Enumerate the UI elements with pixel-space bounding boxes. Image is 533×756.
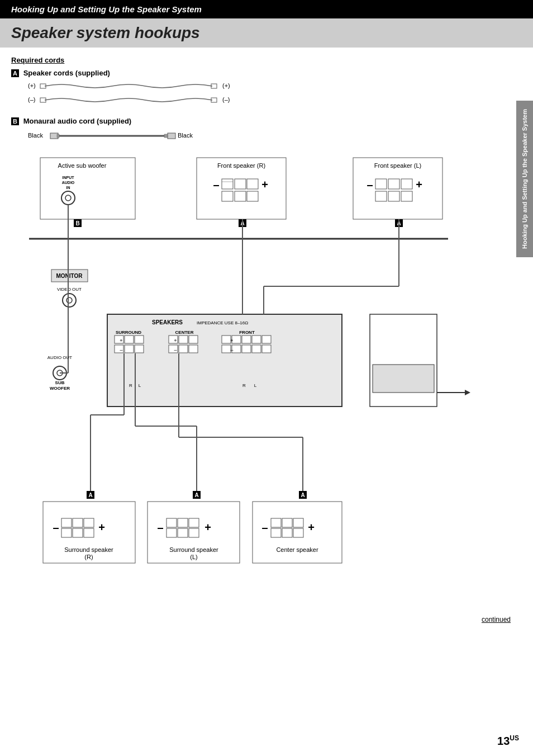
- svg-text:–: –: [157, 521, 163, 533]
- svg-text:L: L: [139, 383, 141, 388]
- svg-text:INPUT: INPUT: [63, 176, 75, 179]
- svg-text:+: +: [230, 338, 233, 343]
- svg-text:–: –: [53, 521, 59, 533]
- required-cords-section: Required cords A Speaker cords (supplied…: [11, 56, 522, 147]
- svg-text:SURROUND: SURROUND: [116, 330, 141, 335]
- continued-label: continued: [11, 616, 522, 623]
- svg-rect-66: [179, 336, 188, 343]
- svg-rect-86: [262, 345, 271, 353]
- svg-text:SUB: SUB: [55, 380, 65, 385]
- svg-text:Front speaker (L): Front speaker (L): [374, 162, 421, 169]
- svg-text:Center speaker: Center speaker: [276, 546, 318, 553]
- cord-a-label: A Speaker cords (supplied): [11, 69, 522, 77]
- svg-rect-99: [373, 365, 434, 393]
- main-content: Required cords A Speaker cords (supplied…: [0, 48, 533, 632]
- svg-rect-76: [222, 336, 231, 343]
- svg-text:Surround speaker: Surround speaker: [169, 546, 218, 553]
- svg-text:SPEAKERS: SPEAKERS: [152, 319, 183, 325]
- svg-text:+: +: [416, 178, 422, 191]
- speaker-cord-svg: (+) (+) (–) (–): [28, 79, 251, 110]
- svg-text:–: –: [213, 178, 219, 191]
- svg-text:Black: Black: [178, 132, 193, 139]
- svg-text:+: +: [308, 521, 315, 533]
- svg-text:R: R: [129, 383, 132, 388]
- svg-rect-79: [252, 336, 261, 343]
- svg-rect-61: [125, 345, 134, 353]
- page-number: 13US: [497, 734, 519, 748]
- svg-text:–: –: [120, 347, 122, 353]
- svg-rect-10: [57, 134, 59, 138]
- svg-rect-78: [242, 336, 251, 343]
- svg-text:A: A: [194, 492, 198, 498]
- page-header: Hooking Up and Setting Up the Speaker Sy…: [0, 0, 533, 18]
- svg-text:Surround speaker: Surround speaker: [64, 546, 113, 553]
- svg-rect-50: [107, 314, 342, 407]
- svg-text:R: R: [242, 383, 246, 388]
- svg-text:CENTER: CENTER: [175, 330, 194, 335]
- svg-text:FRONT: FRONT: [239, 330, 255, 335]
- svg-text:A: A: [88, 492, 92, 498]
- svg-text:+: +: [98, 521, 105, 533]
- svg-text:IN: IN: [66, 186, 70, 190]
- page-title: Speaker system hookups: [11, 24, 522, 42]
- svg-rect-70: [179, 345, 188, 353]
- svg-text:+: +: [261, 178, 268, 191]
- svg-text:B: B: [75, 220, 79, 226]
- svg-rect-67: [189, 336, 198, 343]
- svg-text:+: +: [174, 338, 177, 343]
- svg-rect-57: [125, 336, 134, 343]
- svg-text:(L): (L): [190, 554, 197, 560]
- svg-rect-84: [242, 345, 251, 353]
- header-title: Hooking Up and Setting Up the Speaker Sy…: [11, 4, 202, 14]
- svg-text:WOOFER: WOOFER: [50, 386, 70, 391]
- svg-text:VIDEO OUT: VIDEO OUT: [57, 287, 82, 292]
- svg-text:L: L: [254, 383, 257, 388]
- svg-rect-71: [189, 345, 198, 353]
- svg-text:(–): (–): [28, 96, 35, 103]
- wiring-diagram: Active sub woofer INPUT AUDIO IN Front s…: [23, 152, 510, 613]
- svg-text:–: –: [367, 178, 373, 191]
- svg-text:(R): (R): [84, 554, 93, 560]
- svg-point-92: [66, 297, 72, 303]
- cord-b-label: B Monaural audio cord (supplied): [11, 117, 522, 125]
- cord-b-diagram: Black Black: [28, 127, 522, 147]
- svg-text:(+): (+): [222, 82, 230, 89]
- page-title-bar: Speaker system hookups: [0, 18, 533, 48]
- svg-text:–: –: [230, 347, 233, 353]
- monaural-cord-svg: Black Black: [28, 127, 251, 144]
- svg-rect-80: [262, 336, 271, 343]
- svg-text:(+): (+): [28, 82, 36, 89]
- svg-text:Active sub woofer: Active sub woofer: [58, 162, 107, 169]
- badge-b: B: [11, 117, 19, 125]
- badge-a: A: [11, 69, 19, 77]
- svg-text:–: –: [261, 521, 268, 533]
- svg-text:(–): (–): [222, 96, 230, 103]
- svg-text:Black: Black: [28, 132, 43, 139]
- svg-rect-58: [135, 336, 144, 343]
- svg-rect-85: [252, 345, 261, 353]
- svg-rect-62: [135, 345, 144, 353]
- svg-point-21: [65, 195, 71, 201]
- svg-rect-13: [164, 134, 168, 138]
- svg-text:IMPEDANCE USE 8–16Ω: IMPEDANCE USE 8–16Ω: [197, 320, 248, 325]
- svg-marker-101: [465, 390, 470, 395]
- svg-text:MONITOR: MONITOR: [56, 273, 83, 279]
- svg-text:+: +: [120, 338, 122, 343]
- wiring-svg: Active sub woofer INPUT AUDIO IN Front s…: [23, 152, 510, 611]
- svg-text:–: –: [174, 347, 177, 353]
- svg-text:A: A: [301, 492, 304, 498]
- cord-a-diagram: (+) (+) (–) (–): [28, 79, 522, 112]
- required-cords-label: Required cords: [11, 56, 522, 64]
- svg-rect-82: [222, 345, 231, 353]
- svg-text:+: +: [204, 521, 211, 533]
- svg-text:AUDIO: AUDIO: [62, 181, 75, 185]
- svg-text:Front speaker (R): Front speaker (R): [217, 162, 265, 169]
- svg-rect-12: [168, 133, 175, 139]
